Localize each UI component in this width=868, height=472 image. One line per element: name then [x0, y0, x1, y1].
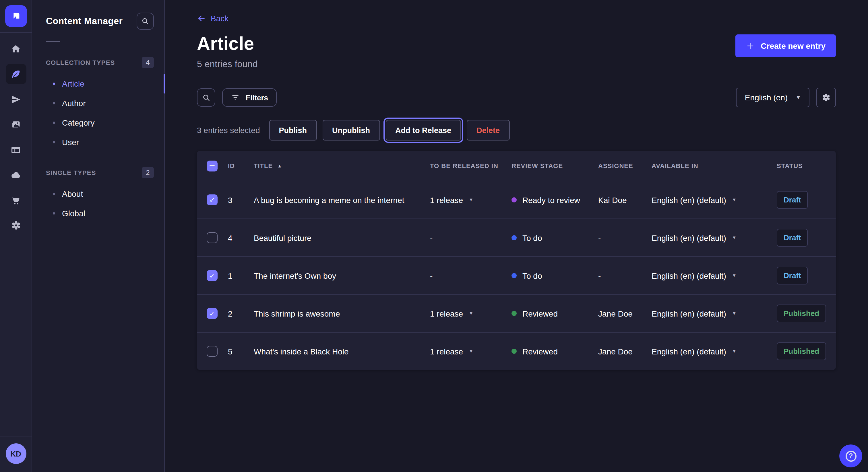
sidebar-item-author[interactable]: Author: [46, 94, 154, 113]
page-heading: Article 5 entries found: [197, 33, 258, 69]
column-header-title[interactable]: TITLE ▲: [254, 162, 430, 169]
row-checkbox[interactable]: ✓: [207, 194, 218, 205]
column-header-to-be-released-in: TO BE RELEASED IN: [430, 162, 512, 169]
cell-to-be-released-in[interactable]: 1 release▼: [430, 347, 512, 356]
sidebar-item-label: About: [62, 189, 83, 198]
locale-label: English (en) (default): [652, 233, 726, 242]
cell-review-stage: To do: [512, 271, 598, 280]
search-icon[interactable]: [136, 12, 154, 30]
help-button[interactable]: ?: [839, 444, 862, 467]
cell-to-be-released-in[interactable]: 1 release▼: [430, 195, 512, 204]
chevron-down-icon: ▼: [796, 95, 801, 100]
table-row[interactable]: 4Beautiful picture-To do-English (en) (d…: [197, 218, 836, 256]
publish-button[interactable]: Publish: [269, 120, 317, 140]
select-all-checkbox[interactable]: [207, 160, 218, 171]
locale-select[interactable]: English (en) ▼: [736, 88, 809, 107]
rail-nav: [5, 33, 26, 436]
status-badge: Published: [777, 342, 826, 360]
nav-rail: KD: [0, 0, 32, 472]
sidebar-item-user[interactable]: User: [46, 133, 154, 152]
home-icon[interactable]: [5, 38, 26, 59]
entries-table: ID TITLE ▲ TO BE RELEASED IN REVIEW STAG…: [197, 151, 836, 370]
row-checkbox[interactable]: [207, 346, 218, 357]
cell-title: The internet's Own boy: [254, 271, 430, 280]
stage-label: Reviewed: [522, 309, 558, 318]
sidebar-item-label: Article: [62, 79, 84, 88]
unpublish-button[interactable]: Unpublish: [322, 120, 380, 140]
main-content: Back Article 5 entries found Create new …: [165, 0, 868, 472]
bullet-icon: [53, 102, 55, 104]
cell-title: This shrimp is awesome: [254, 309, 430, 318]
cell-available-in[interactable]: English (en) (default)▼: [652, 195, 777, 204]
add-to-release-button[interactable]: Add to Release: [385, 120, 461, 140]
cell-id: 1: [228, 271, 254, 280]
cell-review-stage: Reviewed: [512, 347, 598, 356]
table-row[interactable]: ✓3A bug is becoming a meme on the intern…: [197, 181, 836, 218]
cell-available-in[interactable]: English (en) (default)▼: [652, 309, 777, 318]
filters-label: Filters: [246, 93, 268, 102]
stage-dot-icon: [512, 273, 517, 278]
bullet-icon: [53, 193, 55, 195]
sidebar-item-global[interactable]: Global: [46, 204, 154, 223]
user-avatar[interactable]: KD: [5, 443, 26, 464]
chevron-down-icon: ▼: [732, 349, 737, 353]
column-header-review-stage: REVIEW STAGE: [512, 162, 598, 169]
cell-status: Draft: [777, 229, 836, 247]
locale-value: English (en): [745, 93, 787, 102]
table-header-row: ID TITLE ▲ TO BE RELEASED IN REVIEW STAG…: [197, 151, 836, 181]
section-count-badge: 2: [142, 167, 154, 178]
delete-button[interactable]: Delete: [467, 120, 509, 140]
stage-dot-icon: [512, 349, 517, 354]
stage-label: Ready to review: [522, 195, 580, 204]
create-new-entry-button[interactable]: Create new entry: [735, 34, 836, 57]
cell-id: 4: [228, 233, 254, 242]
panel-title: Content Manager: [46, 16, 123, 26]
cell-review-stage: Ready to review: [512, 195, 598, 204]
cell-status: Published: [777, 342, 836, 360]
table-row[interactable]: 5What's inside a Black Hole1 release▼Rev…: [197, 332, 836, 370]
chevron-down-icon: ▼: [469, 198, 473, 202]
sidebar-item-category[interactable]: Category: [46, 113, 154, 133]
search-icon[interactable]: [197, 88, 215, 107]
sidebar-item-label: User: [62, 138, 79, 147]
back-link[interactable]: Back: [197, 14, 228, 23]
cell-available-in[interactable]: English (en) (default)▼: [652, 233, 777, 242]
table-row[interactable]: ✓1The internet's Own boy-To do-English (…: [197, 256, 836, 294]
page-title: Article: [197, 33, 258, 55]
sidebar-item-label: Category: [62, 118, 95, 127]
cell-id: 2: [228, 309, 254, 318]
row-checkbox[interactable]: ✓: [207, 270, 218, 281]
panel-sections: COLLECTION TYPES4ArticleAuthorCategoryUs…: [46, 57, 154, 223]
row-checkbox[interactable]: ✓: [207, 308, 218, 319]
filters-button[interactable]: Filters: [222, 88, 277, 107]
arrow-left-icon: [197, 14, 206, 23]
create-new-entry-label: Create new entry: [761, 41, 826, 50]
strapi-logo[interactable]: [5, 5, 27, 27]
release-count: 1 release: [430, 309, 463, 318]
row-checkbox[interactable]: [207, 232, 218, 243]
marketplace-icon[interactable]: [5, 190, 26, 210]
media-library-icon[interactable]: [5, 114, 26, 135]
sidebar-item-about[interactable]: About: [46, 184, 154, 204]
table-row[interactable]: ✓2This shrimp is awesome1 release▼Review…: [197, 294, 836, 332]
view-settings-button[interactable]: [816, 88, 836, 107]
bullet-icon: [53, 122, 55, 124]
cell-available-in[interactable]: English (en) (default)▼: [652, 347, 777, 356]
content-type-builder-icon[interactable]: [5, 139, 26, 160]
cell-available-in[interactable]: English (en) (default)▼: [652, 271, 777, 280]
gear-icon: [821, 92, 831, 103]
cloud-icon[interactable]: [5, 165, 26, 185]
settings-icon[interactable]: [5, 215, 26, 236]
cell-status: Draft: [777, 267, 836, 284]
releases-icon[interactable]: [5, 89, 26, 109]
sidebar-section: COLLECTION TYPES4ArticleAuthorCategoryUs…: [46, 57, 154, 152]
content-manager-sidebar: Content Manager COLLECTION TYPES4Article…: [32, 0, 165, 472]
section-label: SINGLE TYPES: [46, 169, 96, 176]
cell-assignee: -: [598, 271, 652, 280]
sidebar-item-article[interactable]: Article: [46, 74, 154, 94]
status-badge: Published: [777, 305, 826, 322]
cell-to-be-released-in[interactable]: 1 release▼: [430, 309, 512, 318]
chevron-down-icon: ▼: [469, 311, 473, 316]
content-manager-icon[interactable]: [5, 64, 26, 84]
back-label: Back: [211, 14, 228, 23]
